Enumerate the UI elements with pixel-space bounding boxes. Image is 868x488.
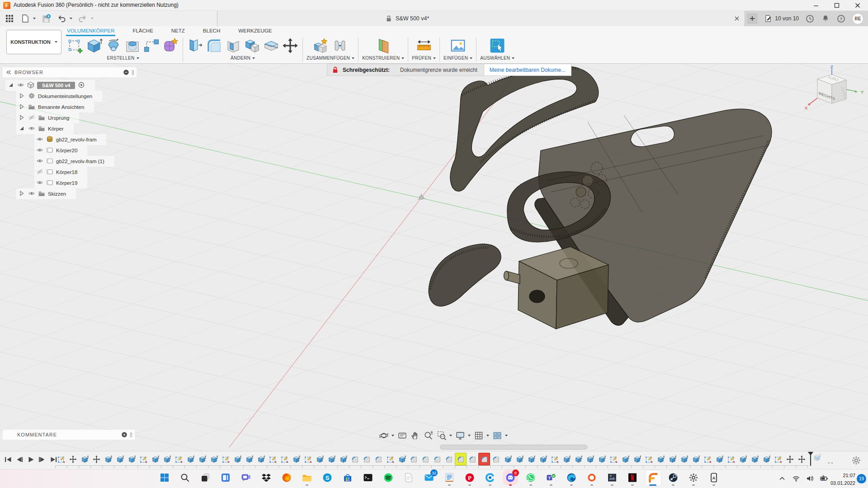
timeline-fillet-feature[interactable]	[373, 453, 384, 465]
taskbar-spotify-icon[interactable]	[383, 472, 394, 483]
eye-icon[interactable]	[36, 136, 43, 144]
timeline-extrude-feature[interactable]	[666, 453, 678, 465]
play-icon[interactable]	[26, 455, 35, 464]
redo-icon[interactable]	[78, 14, 94, 23]
timeline-fillet-feature-highlighted-red[interactable]	[478, 453, 490, 465]
timeline-extrude-feature[interactable]	[337, 453, 349, 465]
insert-image-icon[interactable]	[449, 37, 467, 54]
timeline-extrude-feature[interactable]	[655, 453, 666, 465]
nav-zoom-icon[interactable]	[424, 431, 434, 441]
eye-icon[interactable]	[36, 157, 43, 165]
file-menu-icon[interactable]	[20, 14, 36, 23]
timeline-extrude-feature[interactable]	[231, 453, 243, 465]
timeline-sketch-feature[interactable]	[137, 453, 149, 465]
timeline-extrude-feature[interactable]	[619, 453, 631, 465]
new-component-icon[interactable]	[312, 37, 330, 54]
revolve-icon[interactable]	[105, 37, 122, 54]
sketch-create-icon[interactable]	[67, 37, 84, 54]
taskbar-settings-icon[interactable]	[688, 472, 699, 483]
timeline-extrude-feature[interactable]	[502, 453, 514, 465]
taskbar-teams-icon[interactable]: T	[546, 472, 557, 483]
eye-icon[interactable]	[17, 81, 24, 89]
step-forward-icon[interactable]	[38, 455, 47, 464]
comments-drag-handle[interactable]	[130, 432, 132, 437]
ribbon-group-label[interactable]: ERSTELLEN	[107, 56, 139, 61]
browser-root-label[interactable]: S&W 500 v4	[37, 82, 75, 89]
timeline-extrude-feature[interactable]	[102, 453, 114, 465]
taskbar-widgets-icon[interactable]	[220, 472, 231, 483]
timeline-sketch-feature[interactable]	[302, 453, 314, 465]
timeline-sketch-feature[interactable]	[278, 453, 290, 465]
timeline-extrude-feature[interactable]	[584, 453, 596, 465]
battery-icon[interactable]	[820, 474, 828, 483]
timeline-extrude-feature[interactable]	[525, 453, 537, 465]
taskbar-fusion-360-icon[interactable]	[647, 472, 658, 483]
browser-item-dokumenteinstellungen[interactable]: Dokumenteinstellungen	[16, 91, 102, 102]
konstruktion-dropdown[interactable]: KONSTRUKTION	[6, 30, 61, 54]
timeline-extrude-feature[interactable]	[79, 453, 90, 465]
timeline-settings-gear-icon[interactable]	[851, 455, 862, 466]
taskbar-terminal-icon[interactable]	[363, 472, 373, 483]
timeline-sketch-feature[interactable]	[772, 453, 784, 465]
collapse-panel-icon[interactable]	[5, 69, 12, 75]
eye-icon[interactable]	[28, 190, 35, 198]
taskbar-whatsapp-icon[interactable]	[525, 472, 536, 483]
timeline-extrude-feature[interactable]	[149, 453, 161, 465]
timeline-extrude-feature[interactable]	[396, 453, 408, 465]
panel-minus-icon[interactable]	[123, 69, 129, 75]
taskbar-pinterest-icon[interactable]: P	[464, 472, 475, 483]
browser-root-row[interactable]: S&W 500 v4	[5, 80, 95, 91]
timeline-fillet-feature[interactable]	[420, 453, 431, 465]
nav-viewports-icon[interactable]	[492, 431, 508, 441]
timeline-extrude-feature[interactable]	[514, 453, 525, 465]
timeline-extrude-feature[interactable]	[537, 453, 549, 465]
timeline-fillet-feature[interactable]	[490, 453, 502, 465]
move-icon[interactable]	[282, 37, 299, 54]
timeline-sketch-feature[interactable]	[702, 453, 713, 465]
joint-icon[interactable]	[331, 37, 349, 54]
nav-fit-icon[interactable]	[437, 431, 452, 441]
timeline-extrude-feature[interactable]	[255, 453, 267, 465]
ribbon-group-label[interactable]: KONSTRUIEREN	[362, 56, 404, 61]
undo-icon[interactable]	[57, 14, 72, 23]
collapse-arrow-icon[interactable]	[18, 190, 25, 198]
timeline-move-feature[interactable]	[784, 453, 796, 465]
timeline-move-feature[interactable]	[67, 453, 79, 465]
nav-orbit-icon[interactable]	[379, 431, 394, 441]
timeline-feature-ghost[interactable]	[813, 453, 821, 464]
close-button[interactable]	[847, 0, 868, 11]
timeline-sketch-feature[interactable]	[725, 453, 737, 465]
expand-arrow-icon[interactable]	[7, 81, 14, 89]
timeline-extrude-feature[interactable]	[737, 453, 749, 465]
document-tab[interactable]: S&W 500 v4*	[217, 11, 745, 26]
browser-item-skizzen[interactable]: Skizzen	[16, 188, 76, 199]
toast-action-link[interactable]: Meine bearbeitbaren Dokume...	[484, 64, 571, 75]
browser-item-ursprung[interactable]: Ursprung	[16, 113, 79, 123]
timeline-extrude-feature[interactable]	[243, 453, 255, 465]
construction-plane-icon[interactable]	[375, 37, 392, 54]
taskbar-discord-icon[interactable]: 8	[505, 472, 516, 483]
timeline-extrude-feature[interactable]	[114, 453, 126, 465]
taskbar-game-icon[interactable]	[607, 472, 618, 483]
taskbar-writer-icon[interactable]	[403, 472, 414, 483]
timeline-extrude-feature[interactable]	[196, 453, 208, 465]
timeline-sketch-feature[interactable]	[173, 453, 184, 465]
timeline-extrude-feature[interactable]	[678, 453, 690, 465]
timeline-move-feature[interactable]	[796, 453, 807, 465]
tab-close-icon[interactable]	[733, 14, 741, 23]
taskbar-skype-icon[interactable]: S	[322, 472, 333, 483]
timeline-marker[interactable]	[807, 452, 814, 467]
ribbon-group-label[interactable]: AUSWÄHLEN	[480, 56, 514, 61]
history-clock-icon[interactable]	[805, 14, 815, 23]
timeline-sketch-feature[interactable]	[608, 453, 619, 465]
timeline-extrude-feature[interactable]	[596, 453, 608, 465]
eye-icon[interactable]	[36, 146, 43, 155]
tab-netz[interactable]: NETZ	[170, 26, 186, 36]
maximize-button[interactable]	[826, 0, 847, 11]
tab-fläche[interactable]: FLÄCHE	[132, 26, 154, 36]
timeline-extrude-feature[interactable]	[126, 453, 137, 465]
tab-volumenkörper[interactable]: VOLUMENKÖRPER	[66, 26, 115, 36]
eye-icon[interactable]	[28, 114, 35, 122]
wifi-icon[interactable]	[792, 474, 800, 483]
nav-display-icon[interactable]	[455, 431, 471, 441]
